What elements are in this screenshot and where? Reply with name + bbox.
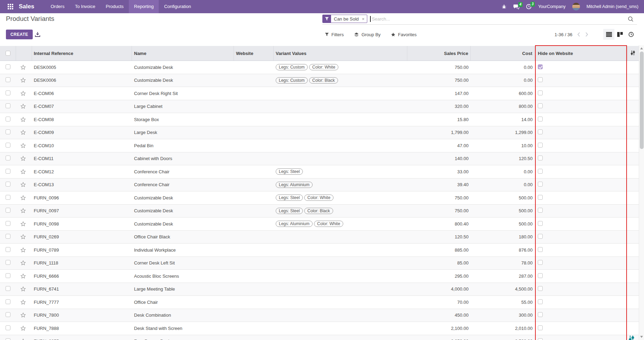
table-row[interactable]: FURN_1118 Corner Desk Left Sit 85.00 78.… xyxy=(0,257,644,270)
scroll-up-arrow-icon[interactable] xyxy=(640,47,643,49)
cell-name[interactable]: Individual Workplace xyxy=(132,247,234,253)
table-row[interactable]: E-COM09 Large Desk 1,799.00 1,299.00 xyxy=(0,126,644,140)
favorite-star-icon[interactable] xyxy=(20,169,26,175)
search-bar[interactable]: Can be Sold × Search... xyxy=(322,13,637,25)
table-row[interactable]: FURN_6741 Large Meeting Table 4,000.00 4… xyxy=(0,283,644,296)
cell-name[interactable]: Large Desk xyxy=(132,130,234,135)
cell-name[interactable]: Customizable Desk xyxy=(132,78,234,83)
hide-on-website-checkbox[interactable] xyxy=(538,64,543,69)
cell-sales-price[interactable]: 2,350.00 xyxy=(407,339,471,340)
cell-sales-price[interactable]: 750.00 xyxy=(407,195,471,200)
cell-cost[interactable]: 1,299.00 xyxy=(471,130,535,135)
search-input[interactable]: Search... xyxy=(372,16,390,22)
cell-sales-price[interactable]: 140.00 xyxy=(407,156,471,161)
row-checkbox[interactable] xyxy=(6,234,10,239)
cell-cost[interactable]: 0.00 xyxy=(471,65,535,70)
row-checkbox[interactable] xyxy=(6,195,10,200)
row-checkbox[interactable] xyxy=(6,286,10,291)
cell-sales-price[interactable]: 120.50 xyxy=(407,234,471,239)
favorite-star-icon[interactable] xyxy=(20,299,26,305)
row-checkbox[interactable] xyxy=(6,129,10,134)
filters-button[interactable]: Filters xyxy=(325,32,344,37)
cell-name[interactable]: Conference Chair xyxy=(132,182,234,187)
hide-on-website-checkbox[interactable] xyxy=(538,208,543,213)
optional-columns-toggle-icon[interactable] xyxy=(630,50,636,57)
messages-icon[interactable]: 4 xyxy=(513,4,519,9)
cell-internal-reference[interactable]: FURN_0789 xyxy=(32,247,132,253)
header-internal-reference[interactable]: Internal Reference xyxy=(32,46,132,61)
cell-sales-price[interactable]: 750.00 xyxy=(407,208,471,213)
favorite-star-icon[interactable] xyxy=(20,247,26,253)
cell-sales-price[interactable]: 885.00 xyxy=(407,247,471,253)
table-row[interactable]: E-COM11 Cabinet with Doors 140.00 120.50 xyxy=(0,152,644,166)
row-checkbox[interactable] xyxy=(6,156,10,160)
favorite-star-icon[interactable] xyxy=(20,77,26,83)
hide-on-website-checkbox[interactable] xyxy=(538,312,543,317)
favorites-button[interactable]: Favorites xyxy=(391,32,416,37)
favorite-star-icon[interactable] xyxy=(20,156,26,161)
cell-cost[interactable]: 0.00 xyxy=(471,169,535,174)
table-row[interactable]: E-COM10 Pedal Bin 47.00 10.00 xyxy=(0,139,644,152)
cell-cost[interactable]: 500.00 xyxy=(471,208,535,213)
hide-on-website-checkbox[interactable] xyxy=(538,90,543,95)
select-all-checkbox[interactable] xyxy=(6,51,10,56)
cell-internal-reference[interactable]: E-COM09 xyxy=(32,130,132,135)
hide-on-website-checkbox[interactable] xyxy=(538,221,543,226)
vertical-scrollbar[interactable] xyxy=(639,45,644,340)
table-row[interactable]: DESK0005 Customizable Desk Legs: CustomC… xyxy=(0,61,644,74)
menu-reporting[interactable]: Reporting xyxy=(129,0,159,13)
table-row[interactable]: FURN_0098 Customizable Desk Legs: Alumin… xyxy=(0,218,644,231)
hide-on-website-checkbox[interactable] xyxy=(538,299,543,304)
scroll-down-arrow-icon[interactable] xyxy=(640,336,643,338)
header-website[interactable]: Website xyxy=(234,46,274,61)
cell-sales-price[interactable]: 2,100.00 xyxy=(407,326,471,331)
cell-internal-reference[interactable]: FURN_1118 xyxy=(32,260,132,266)
menu-configuration[interactable]: Configuration xyxy=(159,0,196,13)
table-row[interactable]: FURN_6666 Acoustic Bloc Screens 295.00 2… xyxy=(0,270,644,283)
row-checkbox[interactable] xyxy=(6,77,10,82)
cell-name[interactable]: Conference Chair xyxy=(132,169,234,174)
cell-name[interactable]: Acoustic Bloc Screens xyxy=(132,274,234,279)
cell-variant-values[interactable]: Legs: SteelColor: Black xyxy=(274,208,407,214)
cell-name[interactable]: Desk Combination xyxy=(132,313,234,318)
table-row[interactable]: FURN_0269 Office Chair Black 120.50 180.… xyxy=(0,231,644,244)
pager-previous-icon[interactable] xyxy=(577,32,580,37)
table-row[interactable]: FURN_7777 Office Chair 70.00 55.00 xyxy=(0,296,644,309)
cell-cost[interactable]: 55.00 xyxy=(471,300,535,305)
cell-internal-reference[interactable]: FURN_7888 xyxy=(32,326,132,331)
remove-facet-icon[interactable]: × xyxy=(362,15,367,23)
cell-name[interactable]: Storage Box xyxy=(132,117,234,122)
cell-internal-reference[interactable]: FURN_6741 xyxy=(32,286,132,292)
cell-cost[interactable]: 2,010.00 xyxy=(471,326,535,331)
favorite-star-icon[interactable] xyxy=(20,208,26,214)
cell-name[interactable]: Large Meeting Table xyxy=(132,286,234,292)
favorite-star-icon[interactable] xyxy=(20,312,26,318)
row-checkbox[interactable] xyxy=(6,103,10,108)
favorite-star-icon[interactable] xyxy=(20,234,26,240)
cell-sales-price[interactable]: 800.40 xyxy=(407,221,471,227)
header-cost[interactable]: Cost xyxy=(471,46,535,61)
favorite-star-icon[interactable] xyxy=(20,90,26,96)
table-row[interactable]: FURN_7888 Desk Stand with Screen 2,100.0… xyxy=(0,322,644,335)
cell-variant-values[interactable]: Legs: Aluminium xyxy=(274,182,407,188)
hide-on-website-checkbox[interactable] xyxy=(538,182,543,187)
cell-cost[interactable]: 800.00 xyxy=(471,104,535,109)
favorite-star-icon[interactable] xyxy=(20,182,26,188)
cell-cost[interactable]: 500.00 xyxy=(471,221,535,227)
hide-on-website-checkbox[interactable] xyxy=(538,156,543,160)
cell-name[interactable]: Desk Stand with Screen xyxy=(132,326,234,331)
menu-orders[interactable]: Orders xyxy=(45,0,70,13)
hide-on-website-checkbox[interactable] xyxy=(538,103,543,108)
hide-on-website-checkbox[interactable] xyxy=(538,234,543,239)
hide-on-website-checkbox[interactable] xyxy=(538,260,543,265)
group-by-button[interactable]: Group By xyxy=(354,32,380,37)
row-checkbox[interactable] xyxy=(6,64,10,69)
cell-name[interactable]: Customizable Desk xyxy=(132,195,234,200)
row-checkbox[interactable] xyxy=(6,143,10,148)
hide-on-website-checkbox[interactable] xyxy=(538,129,543,134)
cell-internal-reference[interactable]: E-COM13 xyxy=(32,182,132,187)
scrollbar-thumb[interactable] xyxy=(640,52,644,149)
row-checkbox[interactable] xyxy=(6,325,10,330)
cell-internal-reference[interactable]: E-COM07 xyxy=(32,104,132,109)
cell-cost[interactable]: 600.00 xyxy=(471,91,535,96)
